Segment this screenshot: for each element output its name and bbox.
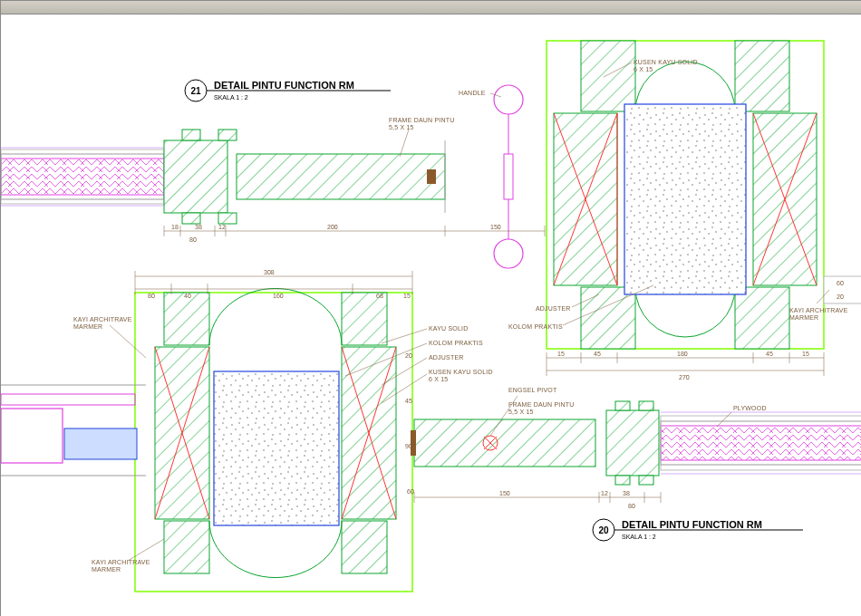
svg-line-135	[717, 412, 731, 427]
svg-rect-20	[182, 213, 200, 224]
label-engsel-20: ENGSEL PIVOT	[508, 387, 557, 393]
svg-text:45: 45	[766, 351, 773, 357]
svg-text:38: 38	[195, 224, 202, 230]
svg-text:45: 45	[405, 398, 412, 404]
svg-rect-12	[1, 159, 164, 195]
label-plywood-20: PLYWOOD	[733, 405, 767, 411]
svg-text:12: 12	[601, 490, 608, 496]
wall-left-21	[1, 148, 164, 206]
svg-rect-84	[64, 428, 137, 459]
label-kolom-21: KOLOM PRAKTIS	[508, 323, 563, 330]
svg-text:15: 15	[802, 351, 809, 357]
svg-rect-21	[218, 213, 237, 224]
svg-text:150: 150	[499, 490, 510, 496]
svg-rect-97	[661, 426, 861, 460]
detail-20-title: DETAIL PINTU FUNCTION RM	[622, 519, 762, 530]
svg-rect-80	[342, 521, 387, 573]
detail-21-title: DETAIL PINTU FUNCTION RM	[214, 80, 354, 91]
label-frame-daun-20: FRAME DAUN PINTU5,5 X 15	[508, 401, 574, 415]
svg-rect-77	[164, 293, 209, 345]
svg-rect-34	[735, 41, 789, 111]
detail-20-bubble: 20 DETAIL PINTU FUNCTION RM SKALA 1 : 2	[593, 519, 803, 541]
svg-rect-78	[342, 293, 387, 345]
cad-viewport[interactable]: 21 DETAIL PINTU FUNCTION RM SKALA 1 : 2	[0, 0, 861, 616]
svg-text:60: 60	[837, 280, 844, 286]
svg-rect-79	[164, 521, 209, 573]
svg-rect-22	[237, 154, 445, 199]
svg-rect-95	[615, 476, 630, 485]
svg-rect-17	[164, 140, 227, 213]
svg-line-69	[400, 130, 409, 157]
svg-rect-36	[735, 287, 789, 349]
drawing-svg: 21 DETAIL PINTU FUNCTION RM SKALA 1 : 2	[1, 14, 861, 616]
svg-rect-19	[218, 130, 237, 140]
svg-line-129	[110, 325, 146, 358]
window-titlebar	[1, 1, 861, 14]
label-archi-20-bot: KAYI ARCHITRAVEMARMER	[92, 559, 150, 573]
label-adjuster-21: ADJUSTER	[536, 305, 571, 312]
kusen-right-21	[547, 41, 824, 349]
svg-rect-87	[414, 419, 595, 467]
svg-text:270: 270	[679, 374, 690, 380]
bubble-number-20: 20	[598, 525, 609, 535]
svg-rect-92	[606, 410, 659, 476]
svg-rect-82	[1, 394, 135, 405]
svg-rect-29	[504, 154, 513, 199]
plywood-wall-20	[661, 412, 861, 474]
svg-text:90: 90	[405, 443, 412, 449]
svg-rect-96	[639, 476, 653, 485]
svg-text:20: 20	[837, 294, 844, 300]
svg-text:160: 160	[273, 293, 284, 299]
svg-text:20: 20	[405, 352, 412, 359]
svg-text:45: 45	[594, 351, 601, 357]
svg-rect-83	[1, 409, 63, 463]
door-leaf-20	[411, 419, 595, 467]
svg-rect-33	[581, 41, 635, 111]
detail-20: 308 80 40 160 68 15 150 12 38 80 20	[1, 269, 861, 592]
label-handle: HANDLE	[459, 90, 486, 96]
label-frame-daun-21: FRAME DAUN PINTU5,5 X 15	[389, 117, 454, 130]
svg-text:60: 60	[407, 488, 414, 495]
handle-21	[494, 85, 523, 268]
svg-text:80: 80	[628, 503, 635, 509]
svg-text:308: 308	[264, 269, 275, 275]
svg-text:80: 80	[148, 293, 155, 299]
svg-text:150: 150	[490, 224, 501, 230]
svg-line-68	[490, 93, 501, 97]
svg-text:180: 180	[677, 351, 688, 357]
svg-line-136	[128, 539, 164, 561]
svg-rect-93	[615, 401, 630, 410]
label-adjuster-20: ADJUSTER	[429, 354, 464, 361]
svg-rect-18	[182, 130, 200, 140]
label-archi-20-top: KAYI ARCHITRAVEMARMER	[73, 316, 132, 330]
svg-text:12: 12	[218, 224, 226, 230]
svg-rect-23	[427, 169, 436, 184]
svg-text:200: 200	[327, 224, 338, 230]
svg-text:40: 40	[184, 293, 191, 299]
svg-line-130	[382, 329, 427, 343]
svg-text:68: 68	[376, 293, 383, 299]
detail-21-scale: SKALA 1 : 2	[214, 94, 248, 101]
svg-text:18: 18	[171, 224, 179, 230]
svg-rect-94	[639, 401, 653, 410]
kusen-left-21	[164, 130, 237, 224]
door-leaf-21	[237, 140, 445, 213]
label-kusen-20: KUSEN KAYU SOLID6 X 15	[429, 369, 493, 382]
label-kayu-20: KAYU SOLID	[429, 325, 469, 332]
detail-21-bubble: 21 DETAIL PINTU FUNCTION RM SKALA 1 : 2	[185, 80, 391, 101]
svg-point-25	[494, 85, 523, 114]
svg-text:15: 15	[403, 293, 411, 299]
svg-rect-37	[624, 104, 746, 294]
svg-text:38: 38	[623, 490, 630, 496]
detail-20-scale: SKALA 1 : 2	[622, 534, 656, 540]
svg-rect-35	[581, 287, 635, 349]
svg-text:80: 80	[189, 236, 197, 243]
label-archi-21: KAYI ARCHITRAVEMARMER	[789, 307, 848, 321]
svg-rect-81	[214, 371, 339, 525]
kusen-right-20	[606, 401, 659, 485]
svg-text:15: 15	[557, 351, 565, 357]
wall-20	[1, 385, 146, 476]
svg-point-26	[494, 239, 523, 268]
kusen-block-20	[135, 288, 412, 592]
bubble-number-21: 21	[190, 86, 201, 96]
